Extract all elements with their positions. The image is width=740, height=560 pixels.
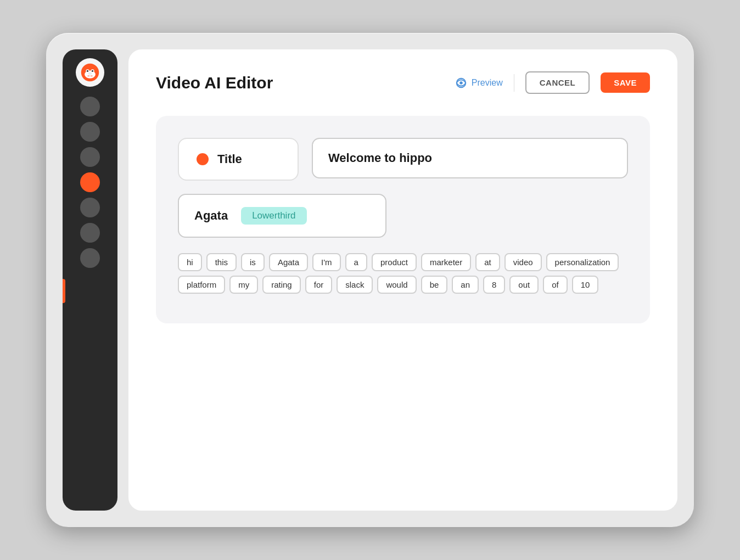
word-token[interactable]: of	[543, 276, 568, 294]
sidebar-dot-1[interactable]	[80, 97, 100, 116]
svg-point-5	[92, 70, 93, 72]
word-token[interactable]: Agata	[269, 253, 308, 271]
header-actions: Preview CANCEL SAVE	[455, 71, 650, 94]
word-token[interactable]: marketer	[421, 253, 471, 271]
preview-icon	[455, 77, 467, 89]
word-token[interactable]: an	[452, 276, 479, 294]
word-tokens: hithisisAgataI'maproductmarketeratvideop…	[178, 251, 628, 296]
page-title: Video AI Editor	[156, 74, 273, 92]
svg-point-7	[90, 75, 93, 77]
svg-point-6	[87, 75, 90, 77]
word-token[interactable]: out	[509, 276, 539, 294]
word-token[interactable]: platform	[178, 276, 225, 294]
word-token[interactable]: hi	[178, 253, 202, 271]
editor-top-row: Title Welcome to hippo	[178, 138, 628, 181]
word-token[interactable]: video	[504, 253, 542, 271]
editor-area: Title Welcome to hippo Agata Lowerthird …	[156, 116, 650, 323]
sidebar-dot-3[interactable]	[80, 147, 100, 167]
preview-label: Preview	[472, 78, 503, 88]
sidebar-dot-4[interactable]	[80, 172, 100, 192]
word-token[interactable]: slack	[337, 276, 373, 294]
agata-card[interactable]: Agata Lowerthird	[178, 194, 386, 238]
main-content: Video AI Editor Preview CANCEL SAVE	[128, 49, 677, 511]
word-token[interactable]: my	[229, 276, 258, 294]
second-row: Agata Lowerthird	[178, 194, 628, 238]
device-frame: Video AI Editor Preview CANCEL SAVE	[46, 33, 694, 527]
word-token[interactable]: a	[345, 253, 367, 271]
welcome-text: Welcome to hippo	[328, 151, 432, 165]
word-token[interactable]: rating	[262, 276, 301, 294]
sidebar-dot-5[interactable]	[80, 198, 100, 217]
svg-point-4	[87, 70, 88, 72]
title-dot	[197, 153, 209, 165]
sidebar	[63, 49, 117, 511]
word-token[interactable]: be	[421, 276, 448, 294]
word-token[interactable]: at	[475, 253, 500, 271]
word-token[interactable]: for	[305, 276, 333, 294]
svg-point-10	[459, 81, 463, 85]
header: Video AI Editor Preview CANCEL SAVE	[156, 71, 650, 94]
sidebar-dot-7[interactable]	[80, 248, 100, 268]
active-indicator	[63, 279, 65, 303]
header-divider	[514, 74, 514, 92]
svg-point-8	[88, 72, 92, 75]
word-token[interactable]: personalization	[546, 253, 619, 271]
agata-label: Agata	[194, 209, 228, 223]
word-token[interactable]: would	[377, 276, 416, 294]
lowerthird-badge: Lowerthird	[241, 207, 306, 225]
cancel-button[interactable]: CANCEL	[525, 71, 590, 94]
word-token[interactable]: 8	[483, 276, 505, 294]
word-token[interactable]: 10	[572, 276, 599, 294]
welcome-input-wrapper[interactable]: Welcome to hippo	[312, 138, 628, 178]
word-token[interactable]: this	[206, 253, 237, 271]
sidebar-dot-6[interactable]	[80, 223, 100, 243]
word-token[interactable]: is	[241, 253, 265, 271]
save-button[interactable]: SAVE	[601, 72, 650, 93]
title-card-label: Title	[217, 152, 242, 166]
app-logo[interactable]	[76, 58, 104, 87]
preview-link[interactable]: Preview	[455, 77, 503, 89]
title-card[interactable]: Title	[178, 138, 299, 181]
word-token[interactable]: product	[372, 253, 417, 271]
word-token[interactable]: I'm	[312, 253, 341, 271]
sidebar-dot-2[interactable]	[80, 122, 100, 142]
